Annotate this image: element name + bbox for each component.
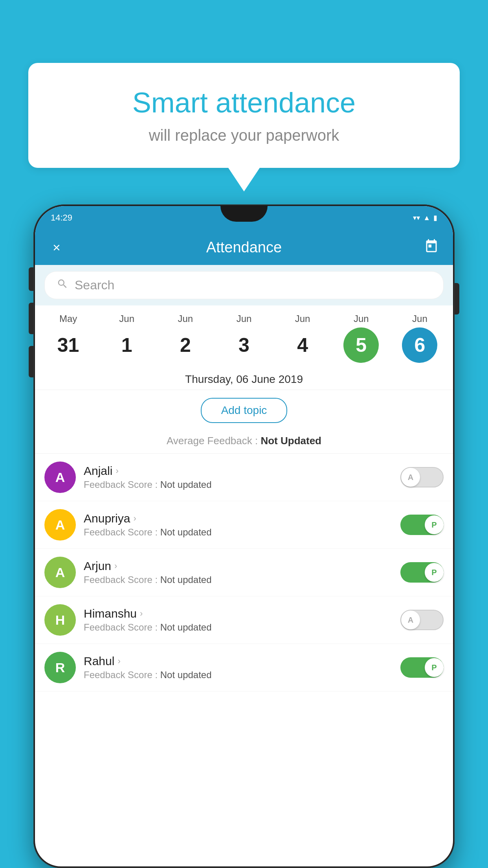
attendance-toggle-0[interactable]: A	[400, 467, 444, 487]
cal-date-5: 5	[343, 327, 379, 363]
close-icon[interactable]: ×	[47, 240, 66, 255]
speech-bubble-title: Smart attendance	[52, 86, 436, 119]
student-name-3: Himanshu ›	[84, 607, 393, 620]
toggle-knob-2: P	[425, 563, 444, 582]
search-placeholder: Search	[75, 278, 114, 292]
add-topic-container: Add topic	[35, 390, 453, 431]
attendance-toggle-2[interactable]: P	[400, 562, 444, 583]
calendar-day-6[interactable]: Jun6	[396, 313, 443, 363]
calendar-day-3[interactable]: Jun3	[220, 313, 268, 363]
toggle-knob-3: A	[401, 611, 420, 629]
student-name-2: Arjun ›	[84, 559, 393, 573]
cal-month-0: May	[59, 313, 77, 324]
chevron-icon-1: ›	[133, 513, 136, 524]
calendar-day-4[interactable]: Jun4	[279, 313, 326, 363]
student-item-2[interactable]: AArjun ›Feedback Score : Not updatedP	[35, 549, 453, 596]
student-feedback-4: Feedback Score : Not updated	[84, 669, 393, 680]
calendar-day-2[interactable]: Jun2	[162, 313, 209, 363]
cal-date-4: 4	[285, 327, 320, 363]
cal-month-1: Jun	[119, 313, 134, 324]
student-info-2: Arjun ›Feedback Score : Not updated	[84, 559, 393, 585]
attendance-toggle-4[interactable]: P	[400, 657, 444, 678]
student-info-0: Anjali ›Feedback Score : Not updated	[84, 464, 393, 490]
cal-date-0: 31	[51, 327, 86, 363]
attendance-toggle-1[interactable]: P	[400, 515, 444, 535]
student-name-4: Rahul ›	[84, 655, 393, 668]
app-bar-title: Attendance	[66, 239, 422, 256]
add-topic-button[interactable]: Add topic	[201, 398, 288, 423]
speech-bubble-subtitle: will replace your paperwork	[52, 127, 436, 144]
search-container: Search	[35, 265, 453, 305]
toggle-knob-0: A	[401, 468, 420, 487]
selected-date-text: Thursday, 06 June 2019	[185, 373, 303, 385]
avg-feedback-label: Average Feedback : Not Updated	[167, 435, 321, 447]
calendar-day-0[interactable]: May31	[45, 313, 92, 363]
student-avatar-4: R	[44, 652, 76, 683]
cal-date-1: 1	[109, 327, 145, 363]
student-info-1: Anupriya ›Feedback Score : Not updated	[84, 512, 393, 538]
chevron-icon-0: ›	[116, 466, 118, 476]
toggle-knob-4: P	[425, 658, 444, 677]
student-name-1: Anupriya ›	[84, 512, 393, 525]
search-bar[interactable]: Search	[44, 271, 444, 299]
student-info-3: Himanshu ›Feedback Score : Not updated	[84, 607, 393, 633]
student-feedback-3: Feedback Score : Not updated	[84, 622, 393, 633]
student-feedback-0: Feedback Score : Not updated	[84, 479, 393, 490]
volume-up-button	[29, 267, 33, 291]
chevron-icon-4: ›	[117, 656, 120, 666]
phone-frame: 14:29 ▾▾ ▲ ▮ × Attendance	[33, 204, 455, 868]
attendance-toggle-3[interactable]: A	[400, 610, 444, 630]
phone-screen: 14:29 ▾▾ ▲ ▮ × Attendance	[35, 206, 453, 866]
volume-down-button	[29, 303, 33, 334]
chevron-icon-3: ›	[140, 609, 143, 619]
cal-date-2: 2	[168, 327, 203, 363]
toggle-knob-1: P	[425, 515, 444, 534]
chevron-icon-2: ›	[114, 561, 117, 571]
status-icons: ▾▾ ▲ ▮	[413, 213, 437, 222]
speech-bubble-container: Smart attendance will replace your paper…	[28, 63, 460, 191]
battery-icon: ▮	[433, 213, 437, 222]
student-avatar-3: H	[44, 604, 76, 636]
wifi-icon: ▾▾	[413, 213, 420, 222]
speech-bubble: Smart attendance will replace your paper…	[28, 63, 460, 168]
student-list: AAnjali ›Feedback Score : Not updatedAAA…	[35, 454, 453, 691]
calendar-day-5[interactable]: Jun5	[338, 313, 385, 363]
cal-month-5: Jun	[354, 313, 369, 324]
speech-bubble-tail	[228, 168, 260, 191]
power-button	[455, 283, 459, 314]
calendar-strip: May31Jun1Jun2Jun3Jun4Jun5Jun6	[35, 305, 453, 367]
student-feedback-1: Feedback Score : Not updated	[84, 527, 393, 538]
student-item-4[interactable]: RRahul ›Feedback Score : Not updatedP	[35, 644, 453, 691]
student-avatar-2: A	[44, 557, 76, 588]
student-item-1[interactable]: AAnupriya ›Feedback Score : Not updatedP	[35, 501, 453, 549]
cal-date-3: 3	[226, 327, 262, 363]
student-avatar-1: A	[44, 509, 76, 541]
status-bar: 14:29 ▾▾ ▲ ▮	[35, 206, 453, 230]
cal-month-6: Jun	[412, 313, 427, 324]
cal-month-4: Jun	[295, 313, 310, 324]
average-feedback: Average Feedback : Not Updated	[35, 431, 453, 454]
cal-month-2: Jun	[178, 313, 193, 324]
silent-button	[29, 346, 33, 377]
status-time: 14:29	[51, 213, 72, 223]
calendar-day-1[interactable]: Jun1	[103, 313, 150, 363]
date-info: Thursday, 06 June 2019	[35, 367, 453, 390]
student-name-0: Anjali ›	[84, 464, 393, 478]
cal-date-6: 6	[402, 327, 437, 363]
search-icon	[57, 278, 68, 292]
cal-month-3: Jun	[237, 313, 252, 324]
student-info-4: Rahul ›Feedback Score : Not updated	[84, 655, 393, 680]
student-feedback-2: Feedback Score : Not updated	[84, 574, 393, 585]
student-item-3[interactable]: HHimanshu ›Feedback Score : Not updatedA	[35, 596, 453, 644]
signal-icon: ▲	[423, 214, 430, 222]
phone-notch	[220, 206, 268, 222]
app-bar: × Attendance	[35, 230, 453, 265]
student-avatar-0: A	[44, 462, 76, 493]
calendar-icon[interactable]	[422, 239, 441, 256]
student-item-0[interactable]: AAnjali ›Feedback Score : Not updatedA	[35, 454, 453, 501]
